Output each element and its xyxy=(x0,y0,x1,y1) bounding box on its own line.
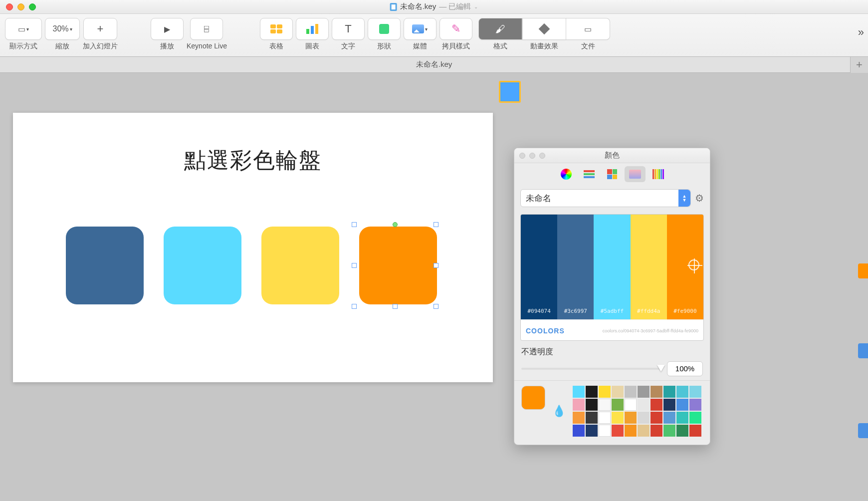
pencils-tab[interactable] xyxy=(648,166,668,182)
color-panel-titlebar[interactable]: 顏色 xyxy=(514,148,710,163)
swatch[interactable] xyxy=(676,425,688,437)
chart-button[interactable] xyxy=(296,18,329,40)
swatch[interactable] xyxy=(599,425,611,437)
side-chip[interactable] xyxy=(858,343,868,358)
media-button[interactable]: ▾ xyxy=(404,18,436,40)
swatch[interactable] xyxy=(651,425,662,437)
panel-zoom-icon[interactable] xyxy=(539,153,545,159)
swatch[interactable] xyxy=(586,386,598,398)
swatch[interactable] xyxy=(625,386,637,398)
swatch[interactable] xyxy=(638,386,650,398)
swatch[interactable] xyxy=(586,412,598,424)
panel-min-icon[interactable] xyxy=(529,153,535,159)
tab-title[interactable]: 未命名.key xyxy=(416,60,452,69)
eyedropper-icon[interactable]: 💧 xyxy=(552,405,566,418)
swatch[interactable] xyxy=(663,399,675,411)
minimize-window-icon[interactable] xyxy=(17,3,24,10)
swatch[interactable] xyxy=(689,425,701,437)
swatch[interactable] xyxy=(599,399,611,411)
palette-select[interactable]: 未命名 ▲▼ xyxy=(520,189,691,207)
palette-select-value: 未命名 xyxy=(526,193,551,204)
animate-button[interactable] xyxy=(522,18,566,40)
color-palettes-tab[interactable] xyxy=(602,166,623,182)
shape-4-selected[interactable] xyxy=(359,227,437,304)
swatch[interactable] xyxy=(689,412,701,424)
table-button[interactable] xyxy=(260,18,293,40)
palette-color[interactable]: #ffdd4a xyxy=(631,215,667,319)
swatch[interactable] xyxy=(676,412,688,424)
palette-image[interactable]: #094074#3c6997#5adbff#ffdd4a#fe9000 COOL… xyxy=(520,214,704,341)
title-chevron-icon[interactable]: ⌄ xyxy=(474,4,478,9)
keynote-live-button[interactable]: ⌸ xyxy=(190,18,223,40)
swatch[interactable] xyxy=(663,425,675,437)
slide[interactable]: 點選彩色輪盤 xyxy=(13,113,493,382)
opacity-value[interactable]: 100% xyxy=(667,361,703,376)
close-window-icon[interactable] xyxy=(6,3,13,10)
image-palettes-tab[interactable] xyxy=(625,166,646,182)
swatch[interactable] xyxy=(651,412,662,424)
swatch[interactable] xyxy=(638,399,650,411)
swatch[interactable] xyxy=(651,386,662,398)
swatch[interactable] xyxy=(689,386,701,398)
eyedropper-target-icon[interactable] xyxy=(688,259,699,270)
shape-3[interactable] xyxy=(261,227,339,304)
zoom-window-icon[interactable] xyxy=(29,3,36,10)
swatch[interactable] xyxy=(651,399,662,411)
color-sliders-tab[interactable] xyxy=(579,166,600,182)
toolbar-overflow-icon[interactable]: » xyxy=(858,26,864,39)
resize-handle[interactable] xyxy=(352,304,357,309)
resize-handle[interactable] xyxy=(434,304,438,309)
swatch[interactable] xyxy=(573,386,585,398)
swatch[interactable] xyxy=(612,412,624,424)
swatch[interactable] xyxy=(638,412,650,424)
slide-heading: 點選彩色輪盤 xyxy=(13,146,493,175)
side-chip[interactable] xyxy=(858,423,868,438)
view-button[interactable]: ▭ ▾ xyxy=(5,18,42,40)
color-panel-title: 顏色 xyxy=(605,151,620,160)
color-panel[interactable]: 顏色 未命名 ▲▼ ⚙ #094074#3c6997#5adbff#ffdd4a… xyxy=(514,148,710,445)
swatch[interactable] xyxy=(612,386,624,398)
swatch[interactable] xyxy=(676,386,688,398)
swatch[interactable] xyxy=(689,399,701,411)
panel-close-icon[interactable] xyxy=(519,153,525,159)
swatch[interactable] xyxy=(573,425,585,437)
text-button[interactable]: T xyxy=(332,18,365,40)
format-button[interactable]: 🖌 xyxy=(478,18,522,40)
swatch[interactable] xyxy=(625,399,637,411)
swatch[interactable] xyxy=(586,425,598,437)
document-button[interactable]: ▭ xyxy=(566,18,610,40)
swatch[interactable] xyxy=(663,386,675,398)
swatch[interactable] xyxy=(599,386,611,398)
shape-1[interactable] xyxy=(66,227,144,304)
swatch[interactable] xyxy=(573,399,585,411)
slider-thumb-icon[interactable] xyxy=(657,365,665,372)
current-color-well[interactable] xyxy=(521,386,545,410)
shape-2[interactable] xyxy=(164,227,241,304)
opacity-slider[interactable] xyxy=(521,368,662,370)
slide-thumbnail[interactable] xyxy=(499,81,521,103)
palette-color[interactable]: #5adbff xyxy=(594,215,630,319)
palette-gear-icon[interactable]: ⚙ xyxy=(695,192,704,204)
side-chip[interactable] xyxy=(858,263,868,278)
palette-color[interactable]: #3c6997 xyxy=(557,215,594,319)
swatch[interactable] xyxy=(599,412,611,424)
add-tab-button[interactable]: + xyxy=(850,57,868,73)
swatch[interactable] xyxy=(638,425,650,437)
document-tabbar: 未命名.key + xyxy=(0,57,868,73)
palette-color[interactable]: #094074 xyxy=(521,215,557,319)
swatch[interactable] xyxy=(625,412,637,424)
swatch[interactable] xyxy=(612,425,624,437)
add-slide-button[interactable]: + xyxy=(83,18,117,40)
play-button[interactable]: ▶ xyxy=(151,18,184,40)
color-wheel-tab[interactable] xyxy=(556,166,577,182)
swatch[interactable] xyxy=(625,425,637,437)
swatch[interactable] xyxy=(676,399,688,411)
resize-handle[interactable] xyxy=(393,304,398,309)
copy-style-button[interactable]: ✎ xyxy=(439,18,472,40)
swatch[interactable] xyxy=(663,412,675,424)
shape-button[interactable] xyxy=(368,18,401,40)
swatch[interactable] xyxy=(586,399,598,411)
zoom-button[interactable]: 30%▾ xyxy=(45,18,80,40)
swatch[interactable] xyxy=(612,399,624,411)
swatch[interactable] xyxy=(573,412,585,424)
